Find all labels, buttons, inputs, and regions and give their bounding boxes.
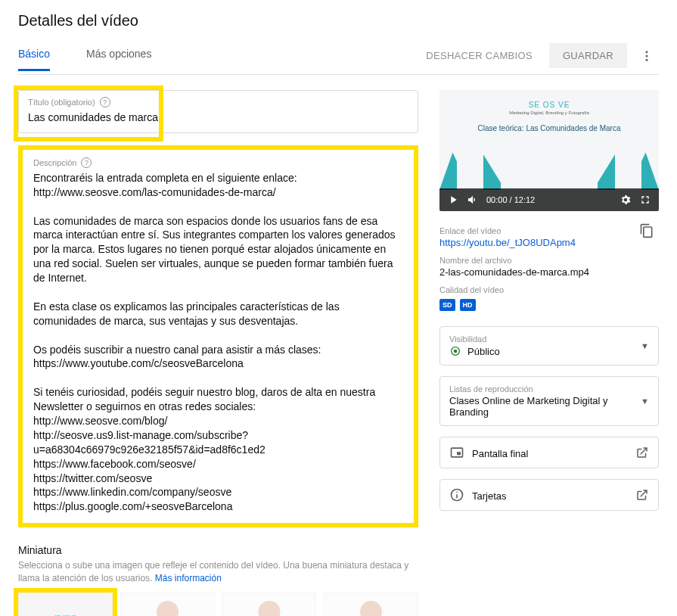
header-row: Básico Más opciones DESHACER CAMBIOS GUA…: [18, 43, 659, 75]
svg-point-0: [646, 51, 648, 53]
cards-button[interactable]: Tarjetas: [439, 479, 659, 511]
svg-point-1: [646, 54, 648, 57]
volume-icon[interactable]: [467, 194, 479, 206]
thumbnail-option[interactable]: SE OS VE Clase teórica: Las Comunidades …: [18, 593, 113, 616]
title-input[interactable]: Título (obligatorio) ? Las comunidades d…: [18, 90, 418, 133]
tab-more-options[interactable]: Más opciones: [86, 48, 151, 70]
info-icon: [449, 487, 464, 502]
endscreen-icon: [449, 445, 464, 460]
playlists-select[interactable]: Listas de reproducción Clases Online de …: [439, 376, 659, 426]
quality-badge-hd: HD: [460, 299, 476, 311]
open-icon: [635, 488, 649, 502]
playlists-label: Listas de reproducción: [449, 384, 633, 394]
help-icon[interactable]: ?: [81, 157, 92, 168]
settings-icon[interactable]: [620, 194, 632, 206]
quality-badge-sd: SD: [439, 299, 455, 311]
title-input-value[interactable]: Las comunidades de marca: [28, 110, 408, 125]
visibility-label: Visibilidad: [449, 334, 633, 344]
filename-value: 2-las-comunidades-de-marca.mp4: [439, 266, 659, 278]
thumbnails-more-link[interactable]: Más información: [155, 573, 222, 583]
title-input-label: Título (obligatorio): [28, 98, 95, 107]
svg-rect-6: [457, 452, 461, 455]
discard-button[interactable]: DESHACER CAMBIOS: [417, 44, 542, 67]
copy-link-icon[interactable]: [635, 219, 659, 243]
video-preview[interactable]: SE OS VE Marketing Digital, Branding y F…: [439, 90, 659, 211]
preview-brand: SE OS VE: [439, 90, 659, 109]
save-button[interactable]: GUARDAR: [549, 43, 627, 68]
visibility-public-icon: [449, 345, 461, 357]
time-display: 00:00 / 12:12: [486, 195, 535, 204]
video-link[interactable]: https://youtu.be/_tJO8UDApm4: [439, 237, 576, 248]
overflow-menu-icon[interactable]: [635, 44, 659, 68]
open-icon: [635, 446, 649, 459]
preview-brand-sub: Marketing Digital, Branding y Fotografía: [439, 110, 659, 115]
svg-point-4: [454, 350, 458, 353]
page-title: Detalles del vídeo: [18, 12, 659, 30]
svg-point-2: [646, 58, 648, 61]
tab-basic[interactable]: Básico: [18, 48, 50, 70]
thumbnails-title: Miniatura: [18, 544, 418, 556]
filename-label: Nombre del archivo: [439, 256, 659, 265]
thumbnail-option[interactable]: [324, 593, 418, 616]
thumbnails-row: SE OS VE Clase teórica: Las Comunidades …: [18, 593, 418, 616]
thumbnail-option[interactable]: [222, 593, 317, 616]
video-link-label: Enlace del vídeo: [439, 226, 576, 235]
help-icon[interactable]: ?: [100, 97, 110, 107]
quality-label: Calidad del vídeo: [439, 285, 659, 294]
description-input-value[interactable]: Encontraréis la entrada completa en el s…: [33, 171, 403, 514]
endscreen-button[interactable]: Pantalla final: [439, 437, 659, 468]
description-input[interactable]: Descripción ? Encontraréis la entrada co…: [24, 151, 412, 521]
play-icon[interactable]: [447, 194, 459, 206]
svg-point-9: [456, 491, 458, 493]
thumbnails-desc: Selecciona o sube una imagen que refleje…: [18, 559, 418, 585]
visibility-select[interactable]: Visibilidad Público ▼: [439, 326, 659, 366]
description-input-label: Descripción: [33, 158, 76, 167]
preview-slide-title: Clase teórica: Las Comunidades de Marca: [439, 124, 659, 132]
thumbnail-option[interactable]: [120, 593, 215, 616]
fullscreen-icon[interactable]: [639, 194, 651, 206]
chevron-down-icon: ▼: [641, 341, 649, 350]
chevron-down-icon: ▼: [641, 397, 649, 406]
